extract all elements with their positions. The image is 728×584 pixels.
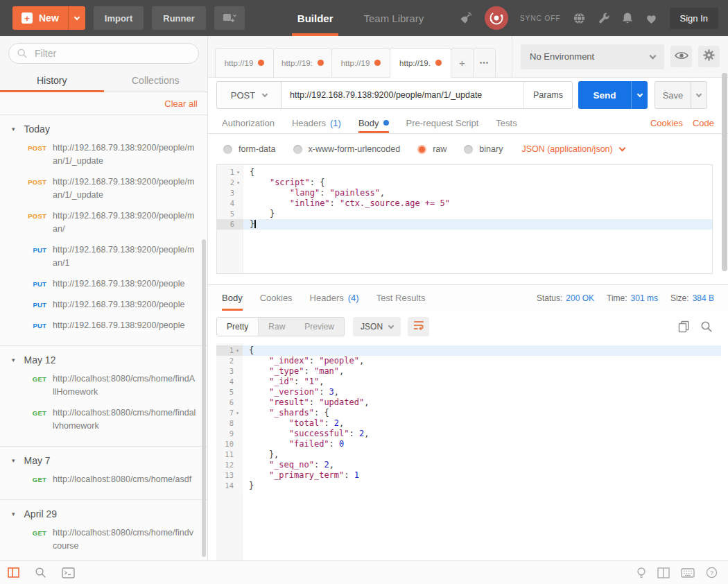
code-line[interactable]: 3 "lang": "painless", [217,188,712,198]
response-format-select[interactable]: JSON [353,317,401,336]
console-button[interactable] [62,567,75,578]
code-line[interactable]: 4 "_id": "1", [216,377,721,387]
request-tab-body[interactable]: Body [358,112,389,133]
history-item[interactable]: PUThttp://192.168.79.138:9200/people [0,274,207,295]
toggle-sidebar-button[interactable] [8,567,19,578]
method-select[interactable]: POST [216,81,281,109]
tab-history[interactable]: History [0,69,104,92]
history-item[interactable]: PUThttp://192.168.79.138:9200/people/man… [0,240,207,274]
history-item[interactable]: POSThttp://192.168.79.138:9200/people/ma… [0,206,207,240]
new-dropdown-arrow[interactable] [68,6,85,30]
search-response-button[interactable] [700,320,713,333]
tab-builder[interactable]: Builder [297,0,333,36]
history-item[interactable]: POSThttp://192.168.79.138:9200/people/ma… [0,172,207,206]
params-button[interactable]: Params [523,82,572,108]
shortcuts-button[interactable] [681,568,695,578]
code-line[interactable]: 4 "inline": "ctx._source.age += 5" [217,198,712,209]
filter-input[interactable] [8,43,199,64]
environment-select[interactable]: No Environment [521,44,664,69]
add-tab-button[interactable]: + [451,48,474,78]
history-item[interactable]: PUThttp://192.168.79.138:9200/people [0,295,207,316]
code-line[interactable]: 13 "_primary_term": 1 [216,470,721,481]
code-line[interactable]: 10 "failed": 0 [216,439,721,449]
environment-quicklook-button[interactable] [670,46,692,67]
sidebar-scrollbar[interactable] [202,239,206,557]
request-tab[interactable]: http://19 [215,48,274,78]
url-input[interactable] [281,82,523,108]
request-body-editor[interactable]: 1▾{2▾ "script": {3 "lang": "painless",4 … [216,164,713,274]
body-mode-form-data[interactable]: form-data [223,144,276,154]
history-item[interactable]: GEThttp://localhost:8080/cms/home/findal… [0,403,207,437]
send-dropdown-arrow[interactable] [631,81,648,109]
body-mode-x-www-form-urlencoded[interactable]: x-www-form-urlencoded [293,144,401,154]
request-tab[interactable]: http://19 [331,48,390,78]
view-mode-pretty[interactable]: Pretty [217,318,259,336]
code-line[interactable]: 11 }, [216,449,721,460]
notifications-bell-icon[interactable] [622,12,633,24]
tips-button[interactable] [636,567,646,579]
wrap-text-button[interactable] [408,317,429,336]
runner-button[interactable]: Runner [152,6,206,30]
tab-team-library[interactable]: Team Library [363,0,424,36]
response-tab-test-results[interactable]: Test Results [376,285,426,311]
request-tab[interactable]: http://19: [273,48,332,78]
code-line[interactable]: 3 "_type": "man", [216,366,721,377]
history-group-header[interactable]: ▾May 7 [0,447,207,470]
proxy-satellite-icon[interactable] [459,11,473,25]
code-line[interactable]: 8 "total": 2, [216,418,721,429]
new-window-button[interactable] [214,6,245,30]
history-item[interactable]: GEThttp://localhost:8080/cms/home/findvc… [0,523,207,557]
code-line[interactable]: 5 "_version": 3, [216,387,721,397]
request-tab[interactable]: http://19. [390,48,451,78]
view-mode-preview[interactable]: Preview [295,318,344,336]
request-tab-headers[interactable]: Headers(1) [292,112,341,133]
history-group-header[interactable]: ▾Today [0,115,207,138]
main-scrollbar[interactable] [722,73,727,271]
import-button[interactable]: Import [94,6,144,30]
wrench-icon[interactable] [598,12,610,24]
cookies-link[interactable]: Cookies [650,118,683,128]
globe-icon[interactable] [573,12,586,25]
request-tab-authorization[interactable]: Authorization [222,112,275,133]
request-tab-tests[interactable]: Tests [496,112,517,133]
content-type-select[interactable]: JSON (application/json) [521,144,624,154]
code-line[interactable]: 1▾{ [217,167,712,178]
code-line[interactable]: 7▾ "_shards": { [216,408,721,418]
save-button[interactable]: Save [655,81,691,109]
clear-all-link[interactable]: Clear all [164,98,198,109]
response-tab-headers[interactable]: Headers(4) [310,285,359,311]
send-button[interactable]: Send [578,81,648,109]
response-tab-cookies[interactable]: Cookies [260,285,293,311]
code-line[interactable]: 6} [217,219,712,230]
code-line[interactable]: 5 } [217,209,712,219]
code-line[interactable]: 2 "_index": "people", [216,356,721,366]
code-line[interactable]: 14} [216,481,721,491]
code-line[interactable]: 2▾ "script": { [217,178,712,188]
request-tab-pre-request-script[interactable]: Pre-request Script [406,112,479,133]
history-group-header[interactable]: ▾May 12 [0,346,207,369]
copy-response-button[interactable] [678,320,690,333]
history-item[interactable]: PUThttp://192.168.79.138:9200/people [0,316,207,336]
heart-icon[interactable] [645,12,658,24]
history-item[interactable]: GEThttp://localhost:8080/cms/home/findAl… [0,369,207,403]
body-mode-binary[interactable]: binary [464,144,503,154]
two-pane-view-button[interactable] [657,567,670,578]
response-tab-body[interactable]: Body [222,285,243,311]
tab-collections[interactable]: Collections [104,69,208,92]
more-tabs-button[interactable]: ••• [473,48,496,78]
interceptor-icon[interactable] [485,6,508,30]
history-group-header[interactable]: ▾April 29 [0,500,207,523]
help-button[interactable]: ? [706,567,718,578]
sign-in-button[interactable]: Sign In [670,8,718,29]
code-line[interactable]: 12 "_seq_no": 2, [216,460,721,470]
history-item[interactable]: POSThttp://192.168.79.138:9200/people/ma… [0,138,207,172]
global-search-button[interactable] [35,567,46,578]
save-dropdown-arrow[interactable] [691,81,707,109]
response-body-editor[interactable]: 1▾{2 "_index": "people",3 "_type": "man"… [216,343,721,560]
code-line[interactable]: 6 "result": "updated", [216,397,721,408]
code-line[interactable]: 1▾{ [216,345,721,356]
view-mode-raw[interactable]: Raw [259,318,295,336]
history-item[interactable]: GEThttp://localhost:8080/cms/home/asdf [0,470,207,490]
new-button[interactable]: + New [12,6,85,30]
code-link[interactable]: Code [693,118,714,128]
